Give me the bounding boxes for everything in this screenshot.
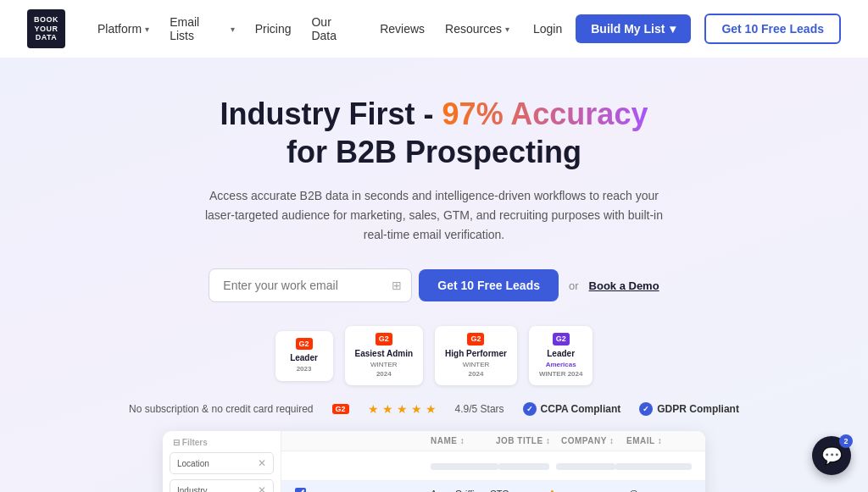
no-subscription-text: No subscription & no credit card require…: [129, 403, 313, 415]
trust-stars: ★ ★ ★ ★ ★: [368, 402, 437, 416]
g2-logo-icon: G2: [467, 333, 484, 346]
check-icon: ✓: [639, 402, 653, 416]
nav-links: Platform ▾ Email Lists ▾ Pricing Our Dat…: [97, 15, 509, 42]
g2-logo-icon: G2: [553, 333, 570, 346]
g2-small-icon: G2: [332, 404, 349, 414]
chevron-down-icon: ▾: [505, 25, 509, 34]
close-icon[interactable]: ✕: [258, 457, 266, 469]
hero-form: ⊞ Get 10 Free Leads or Book a Demo: [209, 268, 659, 302]
skeleton: [556, 463, 615, 470]
col-name: NAME ↕: [431, 436, 496, 445]
chat-icon: 💬: [821, 445, 843, 466]
nav-email-lists[interactable]: Email Lists ▾: [170, 15, 235, 42]
star-icon: ★: [382, 402, 393, 416]
headline-accent: 97% Accuracy: [442, 97, 648, 131]
nav-pricing[interactable]: Pricing: [255, 22, 292, 36]
check-icon: ✓: [523, 402, 537, 416]
email-input[interactable]: [209, 268, 412, 302]
star-icon: ★: [397, 402, 408, 416]
table-row: Anna Griffin CTO Amazon anna@amazon.com: [281, 481, 705, 492]
skeleton: [431, 463, 498, 470]
badge-easiest-admin: G2 Easiest Admin WINTER 2024: [345, 326, 424, 385]
filter-chip-industry[interactable]: Industry ✕: [170, 479, 274, 492]
chevron-down-icon: ▾: [670, 22, 676, 36]
badges-row: G2 Leader 2023 G2 Easiest Admin WINTER 2…: [275, 326, 593, 385]
star-icon: ★: [411, 402, 422, 416]
table-header: NAME ↕ JOB TITLE ↕ COMPANY ↕ EMAIL ↕: [281, 431, 705, 451]
chevron-down-icon: ▾: [231, 25, 235, 34]
chat-bubble[interactable]: 💬 2: [812, 436, 851, 475]
row-checkbox[interactable]: [295, 488, 306, 492]
cell-company[interactable]: Amazon: [549, 489, 609, 492]
trust-row: No subscription & no credit card require…: [129, 402, 739, 416]
or-text: or: [569, 279, 579, 292]
chat-badge: 2: [839, 434, 853, 448]
filter-panel: ⊟ Filters Location ✕ Industry ✕: [163, 431, 281, 492]
nav-platform[interactable]: Platform ▾: [97, 22, 149, 36]
cell-title: CTO: [490, 489, 549, 492]
navbar: BOOK YOUR DATA Platform ▾ Email Lists ▾ …: [0, 0, 868, 58]
logo[interactable]: BOOK YOUR DATA: [27, 9, 65, 48]
cell-name: Anna Griffin: [431, 489, 490, 492]
grid-icon: ⊞: [392, 279, 402, 292]
gdpr-badge: ✓ GDPR Compliant: [639, 402, 739, 416]
cell-email: anna@amazon.com: [608, 489, 692, 492]
book-demo-link[interactable]: Book a Demo: [589, 279, 659, 292]
filter-chip-location[interactable]: Location ✕: [170, 452, 274, 474]
badge-leader-americas: G2 Leader Americas WINTER 2024: [529, 326, 593, 385]
email-input-wrapper: ⊞: [209, 268, 412, 302]
filter-label: ⊟ Filters: [170, 438, 274, 447]
rating-text: 4.9/5 Stars: [455, 403, 504, 415]
free-leads-nav-button[interactable]: Get 10 Free Leads: [704, 14, 841, 44]
star-icon: ★: [368, 402, 379, 416]
hero-headline: Industry First - 97% Accuracy for B2B Pr…: [220, 95, 648, 171]
nav-actions: Login Build My List ▾ Get 10 Free Leads: [533, 14, 841, 44]
col-title: JOB TITLE ↕: [496, 436, 561, 445]
nav-reviews[interactable]: Reviews: [380, 22, 425, 36]
close-icon[interactable]: ✕: [258, 484, 266, 492]
build-list-button[interactable]: Build My List ▾: [576, 14, 691, 43]
g2-logo-icon: G2: [296, 338, 313, 351]
chevron-down-icon: ▾: [145, 25, 149, 34]
ccpa-badge: ✓ CCPA Compliant: [523, 402, 621, 416]
skeleton: [498, 463, 549, 470]
get-leads-button[interactable]: Get 10 Free Leads: [419, 269, 559, 301]
skeleton: [615, 463, 692, 470]
col-email: EMAIL ↕: [626, 436, 692, 445]
nav-resources[interactable]: Resources ▾: [445, 22, 509, 36]
table-wrapper: ⊟ Filters Location ✕ Industry ✕ NAME ↕ J…: [163, 431, 705, 492]
login-button[interactable]: Login: [533, 22, 562, 36]
nav-our-data[interactable]: Our Data: [311, 15, 359, 42]
col-company: COMPANY ↕: [561, 436, 626, 445]
hero-section: Industry First - 97% Accuracy for B2B Pr…: [0, 58, 868, 492]
table-content: NAME ↕ JOB TITLE ↕ COMPANY ↕ EMAIL ↕: [281, 431, 705, 492]
star-icon: ★: [426, 402, 437, 416]
badge-leader-2023: G2 Leader 2023: [275, 331, 333, 381]
table-preview: ⊟ Filters Location ✕ Industry ✕ NAME ↕ J…: [163, 431, 705, 492]
g2-logo-icon: G2: [376, 333, 392, 346]
hero-subtext: Access accurate B2B data in seconds and …: [197, 186, 671, 245]
badge-high-performer: G2 High Performer WINTER 2024: [435, 326, 517, 385]
table-row: [281, 451, 705, 481]
